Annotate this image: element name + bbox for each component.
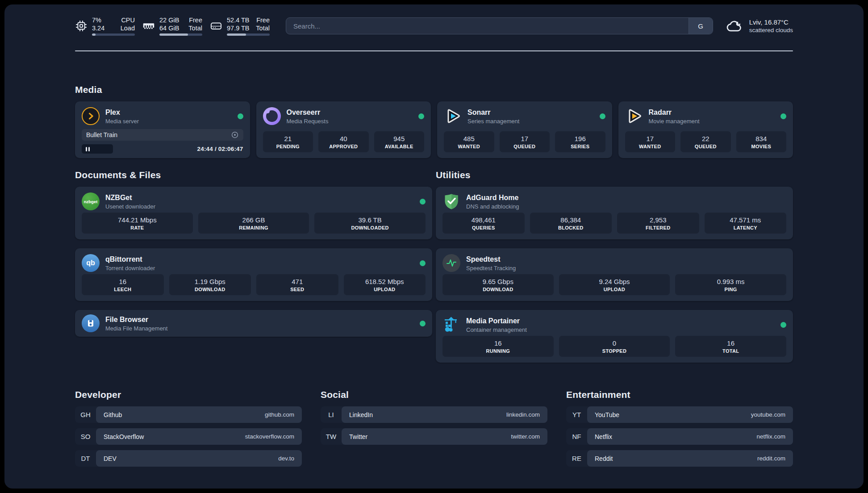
service-card-plex[interactable]: Plex Media server Bullet Train (75, 101, 250, 158)
stat-stopped: 0 STOPPED (559, 336, 670, 357)
stat-label: QUEUED (682, 144, 729, 149)
stat-value: 618.52 Mbps (346, 278, 424, 285)
nzbget-icon: nzbget (82, 192, 100, 210)
service-card-nzbget[interactable]: nzbget NZBGet Usenet downloader 744.21 M… (75, 187, 432, 239)
cpu-row-2: 3.24 Load (92, 24, 135, 32)
stat-filtered: 2,953 FILTERED (617, 213, 699, 234)
resource-widgets: 7% CPU 3.24 Load (75, 16, 270, 36)
search-input[interactable] (286, 18, 689, 34)
weather-location: Lviv, 16.87°C (749, 18, 793, 26)
section-heading-developer: Developer (75, 389, 302, 400)
cpu-icon (75, 20, 88, 32)
cpu-widget: 7% CPU 3.24 Load (75, 16, 135, 36)
stat-label: QUEUED (501, 144, 548, 149)
disk-icon (210, 20, 222, 32)
stat-label: DOWNLOAD (171, 287, 250, 292)
stat-value: 0 (561, 339, 668, 347)
stat-value: 196 (557, 135, 604, 142)
service-subtitle: DNS and adblocking (466, 203, 519, 210)
service-title: Speedtest (466, 255, 516, 264)
now-playing-title: Bullet Train (86, 131, 117, 138)
bookmark-linkedin[interactable]: LI LinkedIn linkedin.com (321, 406, 547, 423)
status-dot (420, 321, 426, 326)
portainer-icon (442, 316, 460, 334)
bookmark-abbr: LI (321, 406, 342, 423)
bookmark-reddit[interactable]: RE Reddit reddit.com (566, 450, 793, 467)
bookmark-dev[interactable]: DT DEV dev.to (75, 450, 302, 467)
disk-total-label: Total (256, 24, 270, 32)
stat-series: 196 SERIES (555, 131, 605, 152)
service-card-sonarr[interactable]: Sonarr Series management 485 WANTED 17 Q… (437, 101, 612, 158)
stat-label: SEED (258, 287, 337, 292)
memory-free-value: 22 GiB (159, 16, 179, 24)
service-card-filebrowser[interactable]: File Browser Media File Management (75, 310, 432, 337)
stat-value: 266 GB (200, 216, 308, 224)
bookmark-youtube[interactable]: YT YouTube youtube.com (566, 406, 793, 423)
bookmark-name: DEV (104, 455, 117, 462)
search-bar[interactable]: G (286, 17, 713, 34)
service-subtitle: Container management (466, 326, 527, 333)
header-divider (75, 50, 793, 51)
bookmark-netflix[interactable]: NF Netflix netflix.com (566, 428, 793, 445)
stat-value: 16 (677, 339, 785, 347)
service-card-speedtest[interactable]: Speedtest Speedtest Tracking 9.65 Gbps D… (436, 248, 793, 301)
cpu-row-1: 7% CPU (92, 16, 135, 24)
disk-free-value: 52.4 TB (227, 16, 250, 24)
bookmark-abbr: NF (566, 428, 587, 445)
stat-value: 40 (320, 135, 367, 142)
stat-value: 0.993 ms (677, 278, 785, 285)
sonarr-icon (444, 107, 462, 125)
service-card-overseerr[interactable]: Overseerr Media Requests 21 PENDING 40 A… (256, 101, 431, 158)
stat-available: 945 AVAILABLE (374, 131, 425, 152)
section-documents: Documents & Files nzbget NZBGet Usenet d… (75, 170, 432, 363)
service-card-adguard[interactable]: AdGuard Home DNS and adblocking 498,461 … (436, 187, 793, 239)
service-card-portainer[interactable]: Media Portainer Container management 16 … (436, 310, 793, 363)
stat-running: 16 RUNNING (442, 336, 554, 357)
memory-progress-bar (159, 33, 202, 36)
bookmark-name: YouTube (595, 411, 619, 418)
bookmark-abbr: YT (566, 406, 587, 423)
section-heading-entertainment: Entertainment (566, 389, 793, 400)
stat-label: RUNNING (444, 348, 552, 354)
disk-row-2: 97.9 TB Total (227, 24, 270, 32)
playback-progress[interactable] (82, 144, 113, 154)
now-playing-session-icon[interactable] (231, 131, 239, 139)
playback-time: 24:44 / 02:06:47 (197, 146, 243, 152)
bookmark-domain: linkedin.com (506, 411, 540, 418)
service-card-qbittorrent[interactable]: qb qBittorrent Torrent downloader 16 LEE… (75, 248, 432, 301)
stat-queued: 17 QUEUED (500, 131, 550, 152)
bookmark-domain: twitter.com (511, 433, 540, 440)
memory-icon (142, 20, 155, 32)
weather-condition: scattered clouds (749, 27, 793, 33)
stat-label: APPROVED (320, 144, 367, 149)
stat-label: LEECH (83, 287, 162, 292)
bookmark-name: Netflix (595, 433, 612, 440)
bookmark-domain: youtube.com (751, 411, 785, 418)
stat-value: 498,461 (444, 216, 523, 224)
service-subtitle: Speedtest Tracking (466, 265, 516, 272)
section-social: Social LI LinkedIn linkedin.com TW Twitt… (321, 389, 547, 467)
bookmark-domain: stackoverflow.com (245, 433, 294, 440)
search-provider-button[interactable]: G (689, 18, 713, 34)
bookmark-name: StackOverflow (104, 433, 144, 440)
bookmark-stackoverflow[interactable]: SO StackOverflow stackoverflow.com (75, 428, 302, 445)
weather-widget: Lviv, 16.87°C scattered clouds (726, 17, 793, 35)
stat-value: 471 (258, 278, 337, 285)
disk-total-value: 97.9 TB (227, 24, 250, 32)
pause-icon[interactable] (86, 147, 90, 151)
service-card-radarr[interactable]: Radarr Movie management 17 WANTED 22 QUE… (618, 101, 793, 158)
stat-upload: 618.52 Mbps UPLOAD (344, 274, 426, 295)
bookmark-name: Reddit (595, 455, 613, 462)
stat-value: 86,384 (532, 216, 610, 224)
bookmark-github[interactable]: GH Github github.com (75, 406, 302, 423)
status-dot (238, 113, 243, 119)
cpu-load-value: 3.24 (92, 24, 104, 32)
stat-leech: 16 LEECH (82, 274, 164, 295)
bookmark-twitter[interactable]: TW Twitter twitter.com (321, 428, 547, 445)
stat-label: SERIES (557, 144, 604, 149)
service-subtitle: Media server (105, 118, 139, 125)
bookmark-abbr: DT (75, 450, 96, 467)
section-developer: Developer GH Github github.com SO StackO… (75, 389, 302, 467)
stat-label: PENDING (265, 144, 312, 149)
service-subtitle: Torrent downloader (105, 265, 155, 272)
